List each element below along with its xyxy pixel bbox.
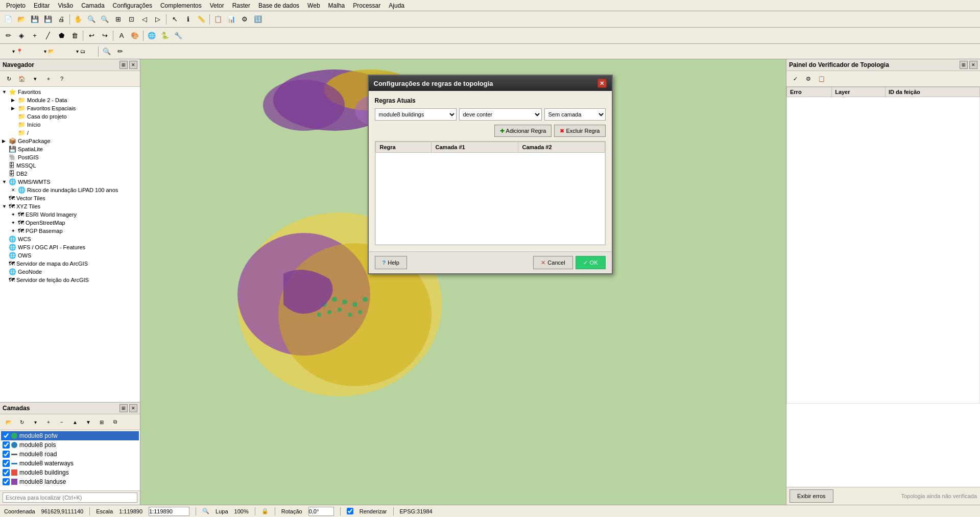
layer-item-landuse[interactable]: module8 landuse xyxy=(1,477,139,486)
menu-complementos[interactable]: Complementos xyxy=(156,1,206,10)
topology-close-btn[interactable]: ✕ xyxy=(969,61,977,69)
layer-item-road[interactable]: module8 road xyxy=(1,450,139,459)
zoom-out-btn[interactable]: 🔍 xyxy=(99,13,111,26)
tree-item-vectortiles[interactable]: 🗺 Vector Tiles xyxy=(1,194,139,202)
tree-item-pgp[interactable]: ✦ 🗺 PGP Basemap xyxy=(1,227,139,235)
scale-input[interactable] xyxy=(149,507,189,516)
node-btn[interactable]: ◈ xyxy=(15,30,28,42)
tree-item-casa[interactable]: 📁 Casa do projeto xyxy=(1,112,139,121)
info-btn[interactable]: ℹ xyxy=(182,13,194,26)
zoom-full-btn[interactable]: ⊞ xyxy=(112,13,124,26)
tree-item-esri[interactable]: ✦ 🗺 ESRI World Imagery xyxy=(1,210,139,219)
nav-home-btn[interactable]: 🏠 xyxy=(16,73,28,85)
topology-float-btn[interactable]: ⊞ xyxy=(960,61,968,69)
layer-check-buildings[interactable] xyxy=(3,469,10,476)
tree-item-risco[interactable]: ✕ 🌐 Risco de inundação LiPAD 100 anos xyxy=(1,186,139,194)
layers-add-btn[interactable]: + xyxy=(42,416,55,428)
arrow-xyztiles[interactable]: ▼ xyxy=(2,204,7,209)
tree-item-slash[interactable]: 📁 / xyxy=(1,129,139,137)
menu-camada[interactable]: Camada xyxy=(77,1,108,10)
zoom-prev-btn[interactable]: ◁ xyxy=(138,13,151,26)
menu-configuracoes[interactable]: Configurações xyxy=(109,1,156,10)
delete-feat-btn[interactable]: 🗑 xyxy=(68,30,81,42)
zoom-layer-btn[interactable]: ⊡ xyxy=(125,13,137,26)
menu-visao[interactable]: Visão xyxy=(54,1,77,10)
tree-item-wmswmts[interactable]: ▼ 🌐 WMS/WMTS xyxy=(1,178,139,186)
layers-float-btn[interactable]: ⊞ xyxy=(119,404,128,412)
tree-item-spatialite[interactable]: 💾 SpatiaLite xyxy=(1,145,139,153)
layer-item-pofw[interactable]: module8 pofw xyxy=(1,431,139,440)
menu-malha[interactable]: Malha xyxy=(324,1,349,10)
tree-item-wfs[interactable]: 🌐 WFS / OGC API - Features xyxy=(1,243,139,251)
layers-close-btn[interactable]: ✕ xyxy=(129,404,137,412)
tree-item-favoritos-esp[interactable]: ▶ 📁 Favoritos Espaciais xyxy=(1,104,139,112)
open-btn[interactable]: 📂 xyxy=(15,13,28,26)
layers-open-btn[interactable]: 📂 xyxy=(3,416,15,428)
menu-projeto[interactable]: Projeto xyxy=(2,1,30,10)
tree-item-wcs[interactable]: 🌐 WCS xyxy=(1,235,139,243)
dialog-close-btn[interactable]: ✕ xyxy=(597,79,607,88)
layer1-select[interactable]: module8 buildings module8 pofw module8 p… xyxy=(375,108,457,121)
navigator-close-btn[interactable]: ✕ xyxy=(129,61,137,69)
tree-item-ows[interactable]: 🌐 OWS xyxy=(1,251,139,260)
search-input[interactable] xyxy=(3,492,137,503)
new-project-btn[interactable]: 📄 xyxy=(2,13,14,26)
render-checkbox[interactable] xyxy=(347,508,353,514)
digitize-btn[interactable]: ✏ xyxy=(2,30,14,42)
menu-editar[interactable]: Editar xyxy=(30,1,54,10)
menu-raster[interactable]: Raster xyxy=(228,1,254,10)
nav-refresh-btn[interactable]: ↻ xyxy=(3,73,15,85)
tree-item-arcgis-feat[interactable]: 🗺 Servidor de feição do ArcGIS xyxy=(1,276,139,284)
menu-base-dados[interactable]: Base de dados xyxy=(254,1,303,10)
zoom-next-btn[interactable]: ▷ xyxy=(152,13,164,26)
delete-rule-btn[interactable]: ✖ Excluir Regra xyxy=(554,125,605,137)
layer-item-waterways[interactable]: module8 waterways xyxy=(1,459,139,468)
save-as-btn[interactable]: 💾 xyxy=(42,13,54,26)
calculator-btn[interactable]: 🔢 xyxy=(252,13,264,26)
layers-up-btn[interactable]: ▲ xyxy=(69,416,81,428)
arrow-favoritos[interactable]: ▼ xyxy=(2,89,7,95)
layers-filter-btn[interactable]: ▾ xyxy=(29,416,41,428)
menu-vetor[interactable]: Vetor xyxy=(206,1,228,10)
tree-item-inicio[interactable]: 📁 Início xyxy=(1,121,139,129)
select-loc-btn[interactable]: ▾ 📍 xyxy=(2,45,33,58)
attr-table-btn[interactable]: 📋 xyxy=(212,13,224,26)
layers-duplicate-btn[interactable]: ⧉ xyxy=(109,416,121,428)
layers-group-btn[interactable]: ⊞ xyxy=(95,416,108,428)
tree-item-module2[interactable]: ▶ 📁 Module 2 - Data xyxy=(1,96,139,104)
arrow-risco[interactable]: ✕ xyxy=(11,187,16,193)
nav-add-btn[interactable]: + xyxy=(42,73,55,85)
topo-results-btn[interactable]: 📋 xyxy=(816,73,828,85)
layer-btn[interactable]: ▾ 🗂 xyxy=(65,45,96,58)
layer-check-waterways[interactable] xyxy=(3,460,10,467)
label-btn[interactable]: A xyxy=(115,30,128,42)
plugin-btn[interactable]: 🔧 xyxy=(172,30,184,42)
zoom-in-btn[interactable]: 🔍 xyxy=(85,13,98,26)
arrow-wmswmts[interactable]: ▼ xyxy=(2,179,7,184)
arrow-osm[interactable]: ✦ xyxy=(11,220,16,225)
undo-btn[interactable]: ↩ xyxy=(85,30,98,42)
menu-ajuda[interactable]: Ajuda xyxy=(385,1,409,10)
layer-check-pols[interactable] xyxy=(3,441,10,449)
globe-btn[interactable]: 🌐 xyxy=(146,30,158,42)
select-btn[interactable]: ↖ xyxy=(169,13,181,26)
layer-check-pofw[interactable] xyxy=(3,432,10,439)
tree-item-postgis[interactable]: 🐘 PostGIS xyxy=(1,153,139,161)
topo-check-btn[interactable]: ✓ xyxy=(789,73,801,85)
arrow-esri[interactable]: ✦ xyxy=(11,212,16,217)
print-btn[interactable]: 🖨 xyxy=(55,13,67,26)
navigator-float-btn[interactable]: ⊞ xyxy=(119,61,128,69)
nav-help-btn[interactable]: ? xyxy=(56,73,68,85)
layers-refresh-btn[interactable]: ↻ xyxy=(16,416,28,428)
tree-item-arcgis-map[interactable]: 🗺 Servidor de mapa do ArcGIS xyxy=(1,260,139,268)
processing-btn[interactable]: ⚙ xyxy=(238,13,251,26)
menu-web[interactable]: Web xyxy=(303,1,324,10)
topology-dialog[interactable]: Configurações de regras de topologia ✕ R… xyxy=(368,75,613,274)
menu-processar[interactable]: Processar xyxy=(349,1,385,10)
rule-select[interactable]: deve conter deve ser coberto por não dev… xyxy=(459,108,542,121)
layer-check-road[interactable] xyxy=(3,451,10,458)
ok-btn[interactable]: ✓ OK xyxy=(576,256,606,269)
tree-item-xyztiles[interactable]: ▼ 🗺 XYZ Tiles xyxy=(1,202,139,210)
help-btn[interactable]: ? Help xyxy=(375,256,407,269)
save-btn[interactable]: 💾 xyxy=(29,13,41,26)
